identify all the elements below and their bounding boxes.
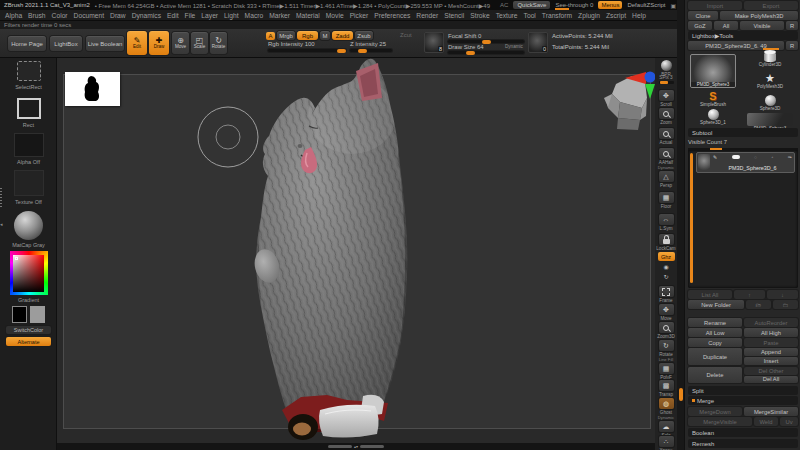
merge-section-header[interactable]: Merge xyxy=(688,396,798,405)
gradient-label[interactable]: Gradient xyxy=(0,297,57,303)
append-button[interactable]: Append xyxy=(744,348,798,356)
live-boolean-button[interactable]: Live Boolean xyxy=(86,36,124,51)
dynamic-subdiv-icon[interactable]: ◌ xyxy=(754,154,757,160)
menu-stroke[interactable]: Stroke xyxy=(470,12,489,19)
boolean-section-header[interactable]: Boolean xyxy=(688,428,798,437)
active-tool-r-button[interactable]: R xyxy=(786,41,798,50)
move-canvas-button[interactable]: ✥ xyxy=(659,304,674,315)
goz-visible-button[interactable]: Visible xyxy=(740,21,784,30)
stroke-type-button[interactable]: 8 xyxy=(424,32,444,53)
ac-toggle[interactable]: AC xyxy=(500,2,508,8)
menu-marker[interactable]: Marker xyxy=(269,12,290,19)
tool-item-cylinder[interactable]: Cylinder3D xyxy=(746,52,794,67)
dynamic-label[interactable]: Dynamic xyxy=(505,44,523,49)
edit-mode-button[interactable]: ✎ Edit xyxy=(127,31,147,55)
list-all-button[interactable]: List All xyxy=(688,290,732,299)
tool-item-sphere3d[interactable]: Sphere3D xyxy=(746,95,794,111)
scrollbar-left[interactable] xyxy=(328,445,352,448)
menu-document[interactable]: Document xyxy=(74,12,104,19)
scale-mode-button[interactable]: ◰ Scale xyxy=(191,32,208,54)
divider-grip[interactable] xyxy=(679,388,683,401)
tray-collapse-icon[interactable]: ◂ xyxy=(0,221,3,227)
subtool-header[interactable]: Subtool xyxy=(688,128,798,137)
home-page-button[interactable]: Home Page xyxy=(8,36,46,51)
menu-file[interactable]: File xyxy=(185,12,196,19)
active-tool-button[interactable]: PM3D_Sphere3D_6. 49 xyxy=(688,41,784,50)
lightbox-tools-header[interactable]: Lightbox▶Tools xyxy=(688,31,798,40)
polyframe-button[interactable]: ▦ xyxy=(659,363,674,374)
menu-movie[interactable]: Movie xyxy=(326,12,344,19)
menu-alpha[interactable]: Alpha xyxy=(5,12,22,19)
duplicate-button[interactable]: Duplicate xyxy=(688,348,742,365)
uv-button[interactable]: Uv xyxy=(780,417,798,426)
matcap-material-button[interactable] xyxy=(14,211,43,240)
paste-button[interactable]: Paste xyxy=(744,338,798,347)
xpose-button[interactable]: ∴ xyxy=(659,436,674,447)
subtool-list[interactable]: ✎ ◌ ◦ ✑ PM3D_Sphere3D_6 xyxy=(688,150,798,288)
lightbox-button[interactable]: LightBox xyxy=(50,36,82,51)
tool-item-cat[interactable]: PM3D_Sphere3 xyxy=(690,54,736,88)
bpr-render-button[interactable] xyxy=(661,60,672,71)
panel-divider[interactable] xyxy=(677,0,684,450)
clone-button[interactable]: Clone xyxy=(688,11,718,20)
switch-color-button[interactable]: SwitchColor xyxy=(6,326,51,334)
autoreorder-button[interactable]: AutoReorder xyxy=(744,318,798,327)
menu-transform[interactable]: Transform xyxy=(542,12,572,19)
frame-button[interactable] xyxy=(659,286,674,297)
z-intensity-slider[interactable] xyxy=(350,49,392,52)
del-all-button[interactable]: Del All xyxy=(744,376,798,384)
mrgb-button[interactable]: Mrgb xyxy=(277,31,295,40)
del-other-button[interactable]: Del Other xyxy=(744,367,798,375)
merge-visible-button[interactable]: MergeVisible xyxy=(688,417,752,426)
goz-button[interactable]: GoZ xyxy=(688,21,712,30)
default-zscript-button[interactable]: DefaultZScript xyxy=(627,2,665,8)
new-folder-button[interactable]: New Folder xyxy=(688,300,744,309)
tool-item-simplebrush[interactable]: S SimpleBrush xyxy=(690,91,736,107)
local-symmetry-button[interactable]: ⇔ xyxy=(659,214,674,225)
zcut-button[interactable]: Zcut xyxy=(400,32,412,38)
uv-icon[interactable]: ✑ xyxy=(788,154,792,160)
actual-size-button[interactable] xyxy=(659,128,674,139)
goz-r-button[interactable]: R xyxy=(786,21,798,30)
menu-dynamics[interactable]: Dynamics xyxy=(132,12,161,19)
ui-layout-icon[interactable]: ▣ xyxy=(670,2,676,9)
menu-texture[interactable]: Texture xyxy=(496,12,518,19)
alpha-select-button[interactable]: 0 xyxy=(528,32,548,53)
move-mode-button[interactable]: ⊕ Move xyxy=(172,32,189,54)
sculptris-icon[interactable]: ◦ xyxy=(772,154,774,160)
menu-help[interactable]: Help xyxy=(632,12,646,19)
menu-zplugin[interactable]: Zplugin xyxy=(578,12,600,19)
focal-shift-slider[interactable] xyxy=(448,40,524,43)
zadd-button[interactable]: Zadd xyxy=(332,31,353,40)
subtool-down-button[interactable]: ↓ xyxy=(767,290,798,299)
menu-tool[interactable]: Tool xyxy=(524,12,536,19)
main-color-swatch[interactable] xyxy=(12,306,27,323)
merge-down-button[interactable]: MergeDown xyxy=(688,407,742,416)
rgb-intensity-slider[interactable] xyxy=(268,49,346,52)
subtool-scrollbar[interactable] xyxy=(690,153,693,283)
camview-eye-icon[interactable]: ◉ xyxy=(663,264,668,271)
sculpt-canvas[interactable]: ▴▾ xyxy=(57,58,655,450)
menus-toggle[interactable]: Menus xyxy=(598,1,622,9)
goz-all-button[interactable]: All xyxy=(714,21,738,30)
zoom3d-button[interactable] xyxy=(659,322,674,333)
delete-button[interactable]: Delete xyxy=(688,367,742,383)
see-through-slider[interactable]: See-through 0 xyxy=(555,2,593,9)
make-polymesh3d-button[interactable]: Make PolyMesh3D xyxy=(720,11,798,20)
remesh-section-header[interactable]: Remesh xyxy=(688,439,798,448)
all-high-button[interactable]: All High xyxy=(744,328,798,337)
texture-off-button[interactable] xyxy=(14,170,44,196)
polypaint-brush-icon[interactable]: ✎ xyxy=(713,154,717,160)
scrollbar-right[interactable] xyxy=(360,445,384,448)
zsub-button[interactable]: Zsub xyxy=(355,31,373,40)
menu-brush[interactable]: Brush xyxy=(28,12,45,19)
spix-slider[interactable] xyxy=(659,81,674,84)
zoom-button[interactable] xyxy=(659,108,674,119)
auto-masking-toggle[interactable]: A xyxy=(266,32,275,40)
menu-material[interactable]: Material xyxy=(296,12,320,19)
draw-mode-button[interactable]: ✚ Draw xyxy=(149,31,169,55)
menu-stencil[interactable]: Stencil xyxy=(444,12,464,19)
quicksave-button[interactable]: QuickSave xyxy=(513,1,550,9)
stroke-rect-button[interactable] xyxy=(17,98,41,119)
subtool-item[interactable]: ✎ ◌ ◦ ✑ PM3D_Sphere3D_6 xyxy=(696,152,795,173)
